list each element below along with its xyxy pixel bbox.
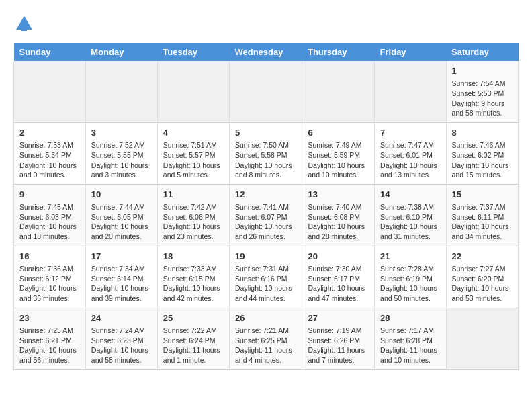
day-info: Sunrise: 7:38 AM Sunset: 6:10 PM Dayligh… (380, 202, 440, 242)
header-monday: Monday (85, 43, 157, 61)
day-info: Sunrise: 7:27 AM Sunset: 6:20 PM Dayligh… (452, 264, 513, 304)
logo (13, 13, 35, 32)
calendar-cell: 13Sunrise: 7:40 AM Sunset: 6:08 PM Dayli… (302, 184, 375, 246)
day-info: Sunrise: 7:24 AM Sunset: 6:23 PM Dayligh… (91, 326, 152, 365)
day-number: 3 (91, 127, 152, 139)
header-wednesday: Wednesday (229, 43, 302, 61)
day-number: 19 (235, 250, 297, 263)
calendar-cell: 17Sunrise: 7:34 AM Sunset: 6:14 PM Dayli… (85, 246, 157, 308)
day-info: Sunrise: 7:31 AM Sunset: 6:16 PM Dayligh… (235, 264, 297, 304)
calendar-cell: 26Sunrise: 7:21 AM Sunset: 6:25 PM Dayli… (229, 308, 302, 369)
svg-rect-2 (21, 26, 27, 31)
day-number: 11 (163, 189, 224, 201)
calendar-cell: 25Sunrise: 7:22 AM Sunset: 6:24 PM Dayli… (157, 308, 229, 369)
day-info: Sunrise: 7:44 AM Sunset: 6:05 PM Dayligh… (91, 202, 152, 242)
day-info: Sunrise: 7:25 AM Sunset: 6:21 PM Dayligh… (19, 326, 80, 365)
calendar-cell: 2Sunrise: 7:53 AM Sunset: 5:54 PM Daylig… (14, 122, 86, 184)
day-info: Sunrise: 7:41 AM Sunset: 6:07 PM Dayligh… (235, 202, 297, 242)
day-info: Sunrise: 7:49 AM Sunset: 5:59 PM Dayligh… (308, 140, 369, 180)
calendar-cell: 6Sunrise: 7:49 AM Sunset: 5:59 PM Daylig… (302, 122, 375, 184)
day-number: 10 (91, 189, 152, 201)
logo-icon (13, 13, 32, 32)
day-number: 22 (452, 250, 513, 263)
calendar-cell (229, 61, 302, 122)
day-info: Sunrise: 7:33 AM Sunset: 6:15 PM Dayligh… (163, 264, 224, 304)
day-number: 2 (19, 127, 80, 139)
calendar-cell: 28Sunrise: 7:17 AM Sunset: 6:28 PM Dayli… (375, 308, 446, 369)
calendar-cell: 21Sunrise: 7:28 AM Sunset: 6:19 PM Dayli… (375, 246, 446, 308)
day-info: Sunrise: 7:50 AM Sunset: 5:58 PM Dayligh… (235, 140, 297, 180)
day-info: Sunrise: 7:34 AM Sunset: 6:14 PM Dayligh… (91, 264, 152, 304)
day-info: Sunrise: 7:19 AM Sunset: 6:26 PM Dayligh… (308, 326, 369, 365)
calendar-cell: 14Sunrise: 7:38 AM Sunset: 6:10 PM Dayli… (375, 184, 446, 246)
day-info: Sunrise: 7:52 AM Sunset: 5:55 PM Dayligh… (91, 140, 152, 180)
calendar-cell: 3Sunrise: 7:52 AM Sunset: 5:55 PM Daylig… (85, 122, 157, 184)
calendar-cell: 27Sunrise: 7:19 AM Sunset: 6:26 PM Dayli… (302, 308, 375, 369)
calendar-cell: 22Sunrise: 7:27 AM Sunset: 6:20 PM Dayli… (446, 246, 518, 308)
day-info: Sunrise: 7:36 AM Sunset: 6:12 PM Dayligh… (19, 264, 80, 304)
day-number: 27 (308, 312, 369, 324)
day-number: 12 (235, 189, 297, 201)
day-number: 25 (163, 312, 224, 324)
calendar-cell: 8Sunrise: 7:46 AM Sunset: 6:02 PM Daylig… (446, 122, 518, 184)
header-thursday: Thursday (302, 43, 375, 61)
calendar-cell: 15Sunrise: 7:37 AM Sunset: 6:11 PM Dayli… (446, 184, 518, 246)
calendar-cell (375, 61, 446, 122)
day-number: 18 (163, 250, 224, 263)
day-info: Sunrise: 7:21 AM Sunset: 6:25 PM Dayligh… (235, 326, 297, 365)
day-number: 20 (308, 250, 369, 263)
calendar-table: SundayMondayTuesdayWednesdayThursdayFrid… (13, 43, 519, 370)
day-info: Sunrise: 7:45 AM Sunset: 6:03 PM Dayligh… (19, 202, 80, 242)
calendar-cell (302, 61, 375, 122)
calendar-cell: 23Sunrise: 7:25 AM Sunset: 6:21 PM Dayli… (14, 308, 86, 369)
day-number: 1 (452, 65, 513, 77)
calendar-cell: 11Sunrise: 7:42 AM Sunset: 6:06 PM Dayli… (157, 184, 229, 246)
day-info: Sunrise: 7:47 AM Sunset: 6:01 PM Dayligh… (380, 140, 440, 180)
day-info: Sunrise: 7:22 AM Sunset: 6:24 PM Dayligh… (163, 326, 224, 365)
page-header (13, 13, 519, 32)
calendar-cell: 10Sunrise: 7:44 AM Sunset: 6:05 PM Dayli… (85, 184, 157, 246)
day-number: 14 (380, 189, 440, 201)
day-info: Sunrise: 7:42 AM Sunset: 6:06 PM Dayligh… (163, 202, 224, 242)
calendar-cell: 5Sunrise: 7:50 AM Sunset: 5:58 PM Daylig… (229, 122, 302, 184)
day-number: 23 (19, 312, 80, 324)
header-friday: Friday (375, 43, 446, 61)
day-number: 4 (163, 127, 224, 139)
calendar-cell: 16Sunrise: 7:36 AM Sunset: 6:12 PM Dayli… (14, 246, 86, 308)
day-info: Sunrise: 7:28 AM Sunset: 6:19 PM Dayligh… (380, 264, 440, 304)
day-number: 24 (91, 312, 152, 324)
day-number: 8 (452, 127, 513, 139)
calendar-cell (157, 61, 229, 122)
header-sunday: Sunday (14, 43, 86, 61)
header-saturday: Saturday (446, 43, 518, 61)
day-number: 15 (452, 189, 513, 201)
calendar-cell: 9Sunrise: 7:45 AM Sunset: 6:03 PM Daylig… (14, 184, 86, 246)
calendar-cell (14, 61, 86, 122)
day-number: 21 (380, 250, 440, 263)
day-info: Sunrise: 7:37 AM Sunset: 6:11 PM Dayligh… (452, 202, 513, 242)
day-number: 17 (91, 250, 152, 263)
day-info: Sunrise: 7:40 AM Sunset: 6:08 PM Dayligh… (308, 202, 369, 242)
day-number: 28 (380, 312, 440, 324)
calendar-header: SundayMondayTuesdayWednesdayThursdayFrid… (14, 43, 519, 61)
calendar-cell (85, 61, 157, 122)
day-number: 26 (235, 312, 297, 324)
calendar-cell: 1Sunrise: 7:54 AM Sunset: 5:53 PM Daylig… (446, 61, 518, 122)
day-number: 7 (380, 127, 440, 139)
day-info: Sunrise: 7:54 AM Sunset: 5:53 PM Dayligh… (452, 79, 513, 118)
day-info: Sunrise: 7:17 AM Sunset: 6:28 PM Dayligh… (380, 326, 440, 365)
calendar-cell: 19Sunrise: 7:31 AM Sunset: 6:16 PM Dayli… (229, 246, 302, 308)
day-info: Sunrise: 7:53 AM Sunset: 5:54 PM Dayligh… (19, 140, 80, 180)
calendar-cell: 18Sunrise: 7:33 AM Sunset: 6:15 PM Dayli… (157, 246, 229, 308)
day-info: Sunrise: 7:30 AM Sunset: 6:17 PM Dayligh… (308, 264, 369, 304)
calendar-cell: 24Sunrise: 7:24 AM Sunset: 6:23 PM Dayli… (85, 308, 157, 369)
calendar-cell (446, 308, 518, 369)
calendar-cell: 4Sunrise: 7:51 AM Sunset: 5:57 PM Daylig… (157, 122, 229, 184)
day-number: 16 (19, 250, 80, 263)
day-info: Sunrise: 7:51 AM Sunset: 5:57 PM Dayligh… (163, 140, 224, 180)
day-info: Sunrise: 7:46 AM Sunset: 6:02 PM Dayligh… (452, 140, 513, 180)
day-number: 13 (308, 189, 369, 201)
day-number: 6 (308, 127, 369, 139)
header-tuesday: Tuesday (157, 43, 229, 61)
calendar-cell: 7Sunrise: 7:47 AM Sunset: 6:01 PM Daylig… (375, 122, 446, 184)
